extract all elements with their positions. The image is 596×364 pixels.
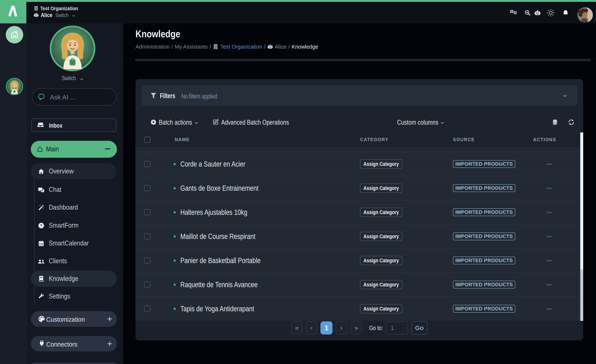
svg-text:A: A xyxy=(511,10,513,13)
svg-text:?: ? xyxy=(40,223,43,228)
